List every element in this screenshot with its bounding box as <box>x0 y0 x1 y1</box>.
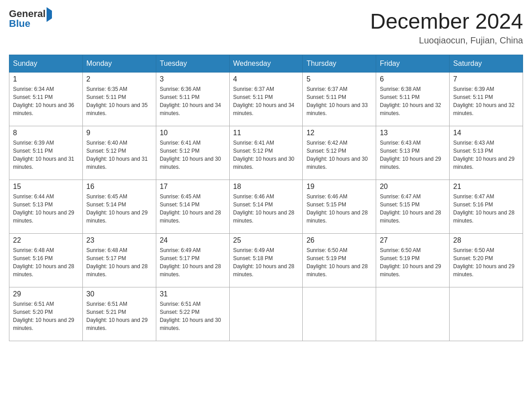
header-thursday: Thursday <box>303 55 376 73</box>
day-info: Sunrise: 6:39 AMSunset: 5:11 PMDaylight:… <box>13 139 79 171</box>
day-info: Sunrise: 6:48 AMSunset: 5:17 PMDaylight:… <box>86 246 152 278</box>
calendar-cell: 3 Sunrise: 6:36 AMSunset: 5:11 PMDayligh… <box>156 73 229 126</box>
day-info: Sunrise: 6:50 AMSunset: 5:20 PMDaylight:… <box>453 246 519 278</box>
title-section: December 2024 Luoqiaocun, Fujian, China <box>370 9 523 46</box>
day-number: 25 <box>233 236 299 244</box>
calendar-cell: 30 Sunrise: 6:51 AMSunset: 5:21 PMDaylig… <box>82 287 156 341</box>
day-number: 30 <box>86 290 152 298</box>
day-number: 31 <box>160 290 226 298</box>
day-number: 1 <box>13 75 79 83</box>
day-info: Sunrise: 6:47 AMSunset: 5:15 PMDaylight:… <box>380 193 446 225</box>
day-info: Sunrise: 6:41 AMSunset: 5:12 PMDaylight:… <box>233 139 299 171</box>
calendar-cell: 28 Sunrise: 6:50 AMSunset: 5:20 PMDaylig… <box>450 234 523 287</box>
week-row-3: 15 Sunrise: 6:44 AMSunset: 5:13 PMDaylig… <box>9 180 523 234</box>
day-number: 11 <box>233 129 299 137</box>
calendar-cell: 15 Sunrise: 6:44 AMSunset: 5:13 PMDaylig… <box>9 180 83 234</box>
day-info: Sunrise: 6:34 AMSunset: 5:11 PMDaylight:… <box>13 85 79 117</box>
day-number: 22 <box>13 236 79 244</box>
calendar-cell: 8 Sunrise: 6:39 AMSunset: 5:11 PMDayligh… <box>9 126 83 180</box>
day-number: 10 <box>160 129 226 137</box>
calendar-cell: 23 Sunrise: 6:48 AMSunset: 5:17 PMDaylig… <box>82 234 156 287</box>
day-info: Sunrise: 6:49 AMSunset: 5:18 PMDaylight:… <box>233 246 299 278</box>
day-number: 20 <box>380 183 446 191</box>
calendar-cell: 21 Sunrise: 6:47 AMSunset: 5:16 PMDaylig… <box>450 180 523 234</box>
day-info: Sunrise: 6:50 AMSunset: 5:19 PMDaylight:… <box>380 246 446 278</box>
day-info: Sunrise: 6:43 AMSunset: 5:13 PMDaylight:… <box>380 139 446 171</box>
header-tuesday: Tuesday <box>156 55 229 73</box>
calendar-cell: 13 Sunrise: 6:43 AMSunset: 5:13 PMDaylig… <box>376 126 450 180</box>
calendar-cell: 2 Sunrise: 6:35 AMSunset: 5:11 PMDayligh… <box>82 73 156 126</box>
day-info: Sunrise: 6:51 AMSunset: 5:22 PMDaylight:… <box>160 300 226 332</box>
day-number: 19 <box>306 183 372 191</box>
day-number: 21 <box>453 183 519 191</box>
day-number: 2 <box>86 75 152 83</box>
calendar-cell <box>229 287 303 341</box>
day-info: Sunrise: 6:46 AMSunset: 5:14 PMDaylight:… <box>233 193 299 225</box>
week-row-2: 8 Sunrise: 6:39 AMSunset: 5:11 PMDayligh… <box>9 126 523 180</box>
calendar-cell: 12 Sunrise: 6:42 AMSunset: 5:12 PMDaylig… <box>303 126 376 180</box>
day-info: Sunrise: 6:46 AMSunset: 5:15 PMDaylight:… <box>306 193 372 225</box>
day-number: 16 <box>86 183 152 191</box>
calendar-cell: 27 Sunrise: 6:50 AMSunset: 5:19 PMDaylig… <box>376 234 450 287</box>
day-info: Sunrise: 6:40 AMSunset: 5:12 PMDaylight:… <box>86 139 152 171</box>
calendar-cell: 14 Sunrise: 6:43 AMSunset: 5:13 PMDaylig… <box>450 126 523 180</box>
header-saturday: Saturday <box>450 55 523 73</box>
day-info: Sunrise: 6:37 AMSunset: 5:11 PMDaylight:… <box>306 85 372 117</box>
logo-arrow-icon <box>47 7 52 22</box>
day-info: Sunrise: 6:45 AMSunset: 5:14 PMDaylight:… <box>86 193 152 225</box>
calendar-cell <box>303 287 376 341</box>
day-number: 26 <box>306 236 372 244</box>
day-info: Sunrise: 6:48 AMSunset: 5:16 PMDaylight:… <box>13 246 79 278</box>
day-number: 5 <box>306 75 372 83</box>
calendar-cell: 25 Sunrise: 6:49 AMSunset: 5:18 PMDaylig… <box>229 234 303 287</box>
day-info: Sunrise: 6:45 AMSunset: 5:14 PMDaylight:… <box>160 193 226 225</box>
location-text: Luoqiaocun, Fujian, China <box>370 35 523 46</box>
calendar-cell: 5 Sunrise: 6:37 AMSunset: 5:11 PMDayligh… <box>303 73 376 126</box>
day-info: Sunrise: 6:44 AMSunset: 5:13 PMDaylight:… <box>13 193 79 225</box>
calendar-cell: 17 Sunrise: 6:45 AMSunset: 5:14 PMDaylig… <box>156 180 229 234</box>
day-number: 4 <box>233 75 299 83</box>
calendar-cell: 4 Sunrise: 6:37 AMSunset: 5:11 PMDayligh… <box>229 73 303 126</box>
header-friday: Friday <box>376 55 450 73</box>
calendar-cell: 24 Sunrise: 6:49 AMSunset: 5:17 PMDaylig… <box>156 234 229 287</box>
calendar-cell: 1 Sunrise: 6:34 AMSunset: 5:11 PMDayligh… <box>9 73 83 126</box>
calendar-cell: 11 Sunrise: 6:41 AMSunset: 5:12 PMDaylig… <box>229 126 303 180</box>
calendar-cell <box>450 287 523 341</box>
calendar-cell: 22 Sunrise: 6:48 AMSunset: 5:16 PMDaylig… <box>9 234 83 287</box>
day-number: 29 <box>13 290 79 298</box>
day-number: 13 <box>380 129 446 137</box>
calendar-cell: 7 Sunrise: 6:39 AMSunset: 5:11 PMDayligh… <box>450 73 523 126</box>
day-info: Sunrise: 6:50 AMSunset: 5:19 PMDaylight:… <box>306 246 372 278</box>
calendar-cell: 9 Sunrise: 6:40 AMSunset: 5:12 PMDayligh… <box>82 126 156 180</box>
calendar-cell: 16 Sunrise: 6:45 AMSunset: 5:14 PMDaylig… <box>82 180 156 234</box>
calendar-table: SundayMondayTuesdayWednesdayThursdayFrid… <box>9 55 523 341</box>
day-number: 18 <box>233 183 299 191</box>
calendar-cell: 26 Sunrise: 6:50 AMSunset: 5:19 PMDaylig… <box>303 234 376 287</box>
day-info: Sunrise: 6:36 AMSunset: 5:11 PMDaylight:… <box>160 85 226 117</box>
day-info: Sunrise: 6:35 AMSunset: 5:11 PMDaylight:… <box>86 85 152 117</box>
week-row-4: 22 Sunrise: 6:48 AMSunset: 5:16 PMDaylig… <box>9 234 523 287</box>
calendar-cell: 19 Sunrise: 6:46 AMSunset: 5:15 PMDaylig… <box>303 180 376 234</box>
month-title: December 2024 <box>370 9 523 34</box>
day-number: 27 <box>380 236 446 244</box>
calendar-cell: 20 Sunrise: 6:47 AMSunset: 5:15 PMDaylig… <box>376 180 450 234</box>
header-monday: Monday <box>82 55 156 73</box>
calendar-cell: 6 Sunrise: 6:38 AMSunset: 5:11 PMDayligh… <box>376 73 450 126</box>
logo-blue-text: Blue <box>9 18 30 29</box>
day-info: Sunrise: 6:47 AMSunset: 5:16 PMDaylight:… <box>453 193 519 225</box>
day-info: Sunrise: 6:43 AMSunset: 5:13 PMDaylight:… <box>453 139 519 171</box>
day-number: 24 <box>160 236 226 244</box>
day-number: 8 <box>13 129 79 137</box>
day-number: 6 <box>380 75 446 83</box>
day-number: 23 <box>86 236 152 244</box>
calendar-cell: 10 Sunrise: 6:41 AMSunset: 5:12 PMDaylig… <box>156 126 229 180</box>
calendar-cell: 29 Sunrise: 6:51 AMSunset: 5:20 PMDaylig… <box>9 287 83 341</box>
day-number: 17 <box>160 183 226 191</box>
logo: General Blue <box>9 9 52 29</box>
day-info: Sunrise: 6:37 AMSunset: 5:11 PMDaylight:… <box>233 85 299 117</box>
day-number: 15 <box>13 183 79 191</box>
day-number: 14 <box>453 129 519 137</box>
calendar-cell <box>376 287 450 341</box>
day-info: Sunrise: 6:51 AMSunset: 5:21 PMDaylight:… <box>86 300 152 332</box>
day-info: Sunrise: 6:38 AMSunset: 5:11 PMDaylight:… <box>380 85 446 117</box>
